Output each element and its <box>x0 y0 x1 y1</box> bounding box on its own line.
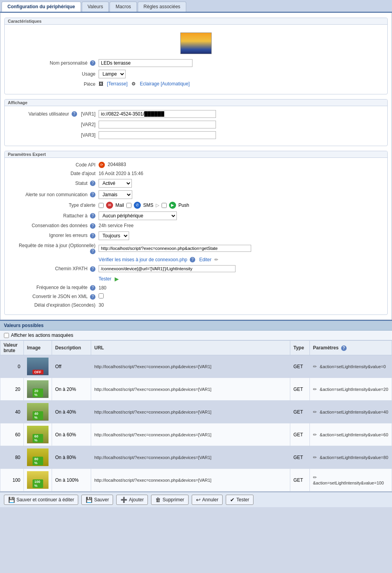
help-requete-icon[interactable]: ? <box>90 249 95 254</box>
help-conservation-icon[interactable]: ? <box>90 223 95 229</box>
add-button[interactable]: ➕ Ajouter <box>116 495 148 505</box>
save-button[interactable]: 💾 Sauver <box>81 495 113 505</box>
control-var1 <box>99 110 379 118</box>
value-image: 80 % <box>27 448 49 466</box>
tab-valeurs[interactable]: Valeurs <box>82 2 109 12</box>
label-date: Date d'ajout <box>13 171 99 176</box>
edit-row-icon[interactable]: ✏ <box>313 455 317 460</box>
tester-link[interactable]: Tester <box>99 276 111 282</box>
help-var-icon[interactable]: ? <box>72 111 77 117</box>
ignorer-select[interactable]: Toujours Jamais <box>99 231 129 240</box>
nom-input[interactable] <box>99 59 192 67</box>
cell-image: 20 % <box>24 378 52 401</box>
tab-configuration[interactable]: Configuration du périphérique <box>2 2 81 12</box>
var3-input[interactable] <box>99 131 216 139</box>
edit-pencil-icon[interactable]: ✏ <box>214 257 218 262</box>
value-image: 20 % <box>27 380 49 398</box>
values-table-head: Valeur brute Image Description URL Type … <box>0 341 392 355</box>
save-icon: 💾 <box>86 497 92 503</box>
cell-type: GET <box>290 423 310 446</box>
col-type: Type <box>290 341 310 355</box>
params-value: &action=setLightIntensity&value=60 <box>320 432 388 437</box>
cell-url: http://localhost/script/?exec=connexoon.… <box>91 423 290 446</box>
value-badge: 100 % <box>32 479 43 488</box>
test-button[interactable]: ✔ Tester <box>226 495 254 505</box>
col-valeur: Valeur brute <box>0 341 24 355</box>
row-piece: Pièce 🖼 [Terrasse] ⚙ Eclairage [Automati… <box>13 81 379 87</box>
values-section: Valeurs possibles Afficher les actions m… <box>0 320 392 492</box>
row-tester: Tester ▶ <box>13 275 379 282</box>
help-nom-icon[interactable]: ? <box>90 60 95 66</box>
values-header: Valeurs possibles <box>0 321 392 331</box>
requete-input[interactable] <box>99 245 251 252</box>
label-conservation: Conservation des données ? <box>13 223 99 229</box>
help-xpath-icon[interactable]: ? <box>90 266 95 272</box>
cell-type: GET <box>290 446 310 469</box>
save-continue-button[interactable]: 💾 Sauver et continuer à éditer <box>4 495 78 505</box>
terrasse-link[interactable]: [Terrasse] <box>107 81 128 87</box>
section-caracteristiques: Caractéristiques Nom personnalisé ? Usag… <box>4 18 388 94</box>
tab-regles[interactable]: Règles associées <box>138 2 186 12</box>
var1-input[interactable] <box>99 110 216 118</box>
control-xpath <box>99 265 379 272</box>
help-ignorer-icon[interactable]: ? <box>90 233 95 239</box>
row-nom: Nom personnalisé ? <box>13 59 379 67</box>
help-frequence-icon[interactable]: ? <box>90 285 95 291</box>
edit-row-icon[interactable]: ✏ <box>313 364 317 369</box>
row-code-api: Code API ⟳ 2044883 <box>13 162 379 168</box>
help-params-icon[interactable]: ? <box>341 345 347 351</box>
help-rattacher-icon[interactable]: ? <box>90 213 95 219</box>
eclairage-link[interactable]: Eclairage [Automatique] <box>140 81 189 87</box>
cell-valeur: 40 <box>0 401 24 423</box>
cell-image: 60 % <box>24 423 52 446</box>
save-label: Sauver <box>94 497 109 503</box>
sms-icon: ✆ <box>134 202 141 209</box>
label-var1: Variables utilisateur ? [VAR1] <box>13 111 99 117</box>
show-masked-label: Afficher les actions masquées <box>11 333 73 338</box>
control-usage: Lampe Prise Volet Autre <box>99 70 379 78</box>
label-frequence: Fréquence de la requête ? <box>13 285 99 291</box>
delai-value: 30 <box>99 302 379 308</box>
test-label: Tester <box>236 497 249 503</box>
cell-type: GET <box>290 469 310 492</box>
help-verifier-icon[interactable]: ? <box>190 257 195 262</box>
mail-label: Mail <box>115 202 124 208</box>
edit-row-icon[interactable]: ✏ <box>313 387 317 392</box>
label-json-xml: Convertir le JSON en XML ? <box>13 294 99 300</box>
push-checkbox[interactable] <box>162 203 167 208</box>
cell-image: OFF <box>24 355 52 378</box>
show-masked-checkbox[interactable] <box>4 333 9 338</box>
rattacher-select[interactable]: Aucun périphérique <box>99 211 177 220</box>
usage-select[interactable]: Lampe Prise Volet Autre <box>99 70 126 78</box>
help-json-icon[interactable]: ? <box>90 294 95 300</box>
api-code-value: 2044883 <box>108 162 126 167</box>
values-tbody: 0 OFF Off http://localhost/script/?exec=… <box>0 355 392 492</box>
col-url: URL <box>91 341 290 355</box>
json-xml-checkbox[interactable] <box>99 293 104 298</box>
table-row: 20 20 % On à 20% http://localhost/script… <box>0 378 392 401</box>
var2-input[interactable] <box>99 121 216 128</box>
verifier-link[interactable]: Vérifier les mises à jour de connexoon.p… <box>99 257 187 262</box>
cell-image: 80 % <box>24 446 52 469</box>
edit-row-icon[interactable]: ✏ <box>313 409 317 415</box>
label-ignorer: Ignorer les erreurs ? <box>13 233 99 239</box>
editer-link[interactable]: Editer <box>199 257 211 262</box>
xpath-input[interactable] <box>99 265 236 272</box>
statut-select[interactable]: Activé Désactivé <box>99 179 132 188</box>
alerte-select[interactable]: Jamais 1 heure 6 heures 24 heures <box>99 190 132 199</box>
cancel-label: Annuler <box>202 497 218 503</box>
edit-row-icon[interactable]: ✏ <box>313 432 317 437</box>
value-badge: OFF <box>32 370 43 374</box>
device-image-placeholder <box>180 33 212 54</box>
tab-macros[interactable]: Macros <box>110 2 137 12</box>
push-icon: ▶ <box>169 202 176 209</box>
control-ignorer: Toujours Jamais <box>99 231 379 240</box>
delete-button[interactable]: 🗑 Supprimer <box>151 495 188 505</box>
mail-checkbox[interactable] <box>99 203 104 208</box>
sms-checkbox[interactable] <box>126 203 131 208</box>
cancel-button[interactable]: ↩ Annuler <box>192 495 223 505</box>
edit-row-icon[interactable]: ✏ <box>313 475 317 480</box>
cell-params: ✏ &action=setLightIntensity&value=100 <box>310 469 392 492</box>
help-statut-icon[interactable]: ? <box>90 181 95 186</box>
help-alerte-icon[interactable]: ? <box>90 192 95 197</box>
